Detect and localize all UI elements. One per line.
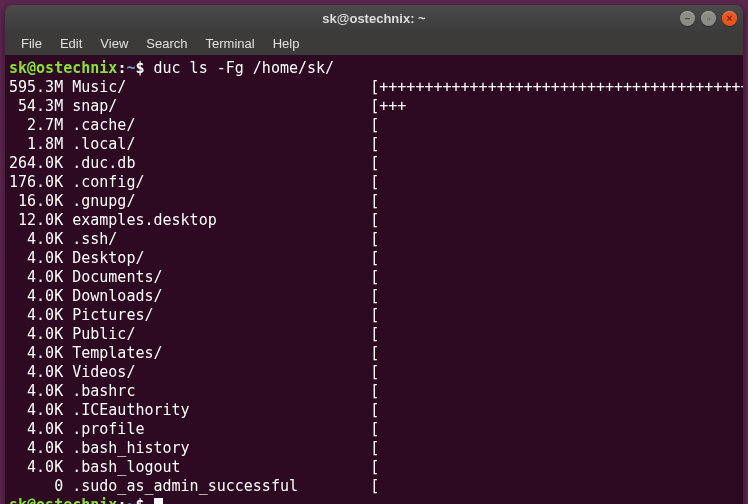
menu-help[interactable]: Help <box>265 34 308 53</box>
output-row: 595.3M Music/ [+++++++++++++++++++++++++… <box>9 78 739 97</box>
output-row: 4.0K .ssh/ [ ] <box>9 230 739 249</box>
command-line: sk@ostechnix:~$ duc ls -Fg /home/sk/ <box>9 59 739 78</box>
menu-terminal[interactable]: Terminal <box>198 34 263 53</box>
output-row: 1.8M .local/ [ ] <box>9 135 739 154</box>
prompt-line: sk@ostechnix:~$ <box>9 496 739 504</box>
minimize-button[interactable]: – <box>680 11 695 26</box>
menu-edit[interactable]: Edit <box>52 34 90 53</box>
output-row: 4.0K Videos/ [ ] <box>9 363 739 382</box>
cursor <box>154 498 163 504</box>
menu-file[interactable]: File <box>13 34 50 53</box>
close-button[interactable]: × <box>722 11 737 26</box>
output-row: 4.0K .bashrc [ ] <box>9 382 739 401</box>
terminal-window: sk@ostechnix: ~ – ◦ × File Edit View Sea… <box>5 5 743 504</box>
window-controls: – ◦ × <box>680 11 737 26</box>
maximize-button[interactable]: ◦ <box>701 11 716 26</box>
terminal-body[interactable]: sk@ostechnix:~$ duc ls -Fg /home/sk/595.… <box>5 55 743 504</box>
titlebar[interactable]: sk@ostechnix: ~ – ◦ × <box>5 5 743 31</box>
output-row: 4.0K .ICEauthority [ ] <box>9 401 739 420</box>
menubar: File Edit View Search Terminal Help <box>5 31 743 55</box>
output-row: 4.0K Public/ [ ] <box>9 325 739 344</box>
output-row: 176.0K .config/ [ ] <box>9 173 739 192</box>
output-row: 4.0K Pictures/ [ ] <box>9 306 739 325</box>
output-row: 2.7M .cache/ [ ] <box>9 116 739 135</box>
output-row: 4.0K Desktop/ [ ] <box>9 249 739 268</box>
output-row: 4.0K Templates/ [ ] <box>9 344 739 363</box>
output-row: 4.0K .bash_logout [ ] <box>9 458 739 477</box>
output-row: 16.0K .gnupg/ [ ] <box>9 192 739 211</box>
output-row: 54.3M snap/ [+++ ] <box>9 97 739 116</box>
output-row: 4.0K Downloads/ [ ] <box>9 287 739 306</box>
output-row: 4.0K .profile [ ] <box>9 420 739 439</box>
output-row: 264.0K .duc.db [ ] <box>9 154 739 173</box>
output-row: 4.0K Documents/ [ ] <box>9 268 739 287</box>
menu-search[interactable]: Search <box>138 34 195 53</box>
output-row: 4.0K .bash_history [ ] <box>9 439 739 458</box>
output-row: 0 .sudo_as_admin_successful [ ] <box>9 477 739 496</box>
menu-view[interactable]: View <box>92 34 136 53</box>
window-title: sk@ostechnix: ~ <box>322 11 425 26</box>
typed-command: duc ls -Fg /home/sk/ <box>154 59 335 77</box>
output-row: 12.0K examples.desktop [ ] <box>9 211 739 230</box>
